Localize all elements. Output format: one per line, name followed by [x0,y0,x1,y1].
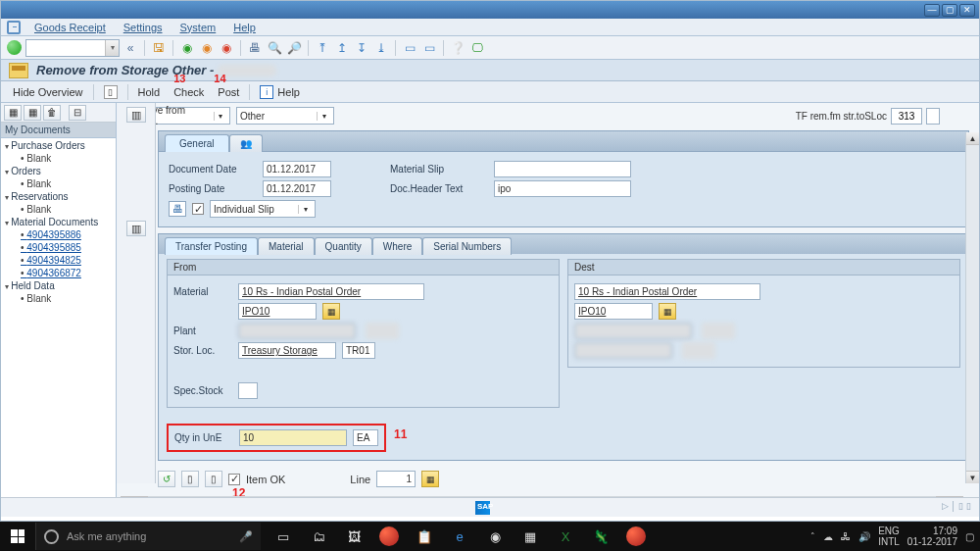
line-search-icon[interactable]: ▦ [421,471,439,487]
taskbar-app-icon[interactable] [372,523,406,550]
tree-expand-icon[interactable]: ▦ [4,105,22,121]
tree-item-blank[interactable]: Blank [1,203,116,216]
tree-orders[interactable]: Orders [1,165,116,177]
tray-network-icon[interactable]: 🖧 [841,531,851,542]
tree-item-mdoc[interactable]: 4904366872 [1,267,116,279]
taskbar-app-icon[interactable]: 🦎 [584,523,617,550]
excel-icon[interactable]: X [549,523,582,550]
close-icon[interactable]: ✕ [959,4,975,17]
ie-icon[interactable]: e [443,523,476,550]
shortcut-icon[interactable]: ▭ [420,39,438,57]
tray-cloud-icon[interactable]: ☁ [823,531,833,542]
item-ok-checkbox[interactable]: ✓ [228,474,240,485]
search-help-icon[interactable]: ▦ [322,303,340,320]
from-material-code-field[interactable]: IPO10 [238,303,317,320]
maximize-icon[interactable]: ▢ [942,4,957,17]
from-stor-loc-code-field[interactable]: TR01 [342,342,375,359]
cancel-icon[interactable]: ◉ [218,39,235,57]
line-field[interactable]: 1 [376,471,416,487]
tab-serial-numbers[interactable]: Serial Numbers [422,237,512,255]
mic-icon[interactable]: 🎤 [239,530,253,543]
chevron-down-icon[interactable]: ▾ [317,112,330,121]
menu-system[interactable]: System [172,21,224,34]
back-icon[interactable]: ◉ [178,39,196,57]
check-button[interactable]: Check13 [170,85,208,99]
tab-quantity[interactable]: Quantity [315,237,372,255]
tree-purchase-orders[interactable]: Purchase Orders [1,139,116,152]
expand-left-icon[interactable]: « [122,39,139,57]
vertical-scrollbar[interactable]: ▲ ▼ [965,132,979,483]
hide-overview-button[interactable]: Hide Overview [9,85,87,99]
help-button[interactable]: iHelp [256,84,304,100]
from-material-field[interactable]: 10 Rs - Indian Postal Order [238,283,424,300]
tray-language[interactable]: ENGINTL [878,526,900,547]
save-icon[interactable]: 🖫 [150,39,168,57]
from-stor-loc-field[interactable]: Treasury Storage [238,342,336,359]
item-prev-icon[interactable]: ↺ [158,471,175,487]
tab-where[interactable]: Where [372,237,422,255]
enter-icon[interactable] [7,40,22,55]
tree-delete-icon[interactable]: 🗑 [43,105,61,121]
exit-icon[interactable]: ◉ [198,39,216,57]
calculator-icon[interactable]: ▦ [514,523,547,550]
posting-date-field[interactable]: 01.12.2017 [263,180,331,197]
tab-general[interactable]: General [165,134,229,152]
first-page-icon[interactable]: ⤒ [314,39,331,57]
tree-item-mdoc[interactable]: 4904394825 [1,254,116,267]
taskbar-app-icon[interactable] [619,523,653,550]
start-button[interactable] [0,522,35,551]
new-doc-button[interactable]: ▯ [100,84,122,100]
gutter-icon-top[interactable]: ▥ [126,107,146,123]
individual-slip-dropdown[interactable]: Individual Slip▾ [210,200,316,218]
reference-dropdown[interactable]: Other▾ [236,107,334,125]
item-copy2-icon[interactable]: ▯ [205,471,222,487]
dest-material-field[interactable]: 10 Rs - Indian Postal Order [574,283,760,300]
dest-plant-field[interactable] [574,323,692,339]
tab-material[interactable]: Material [258,237,315,255]
command-field[interactable]: ▾ [25,39,120,57]
doc-header-text-field[interactable]: ipo [494,180,631,197]
menu-settings[interactable]: Settings [116,21,171,34]
print-checkbox[interactable]: ✓ [192,203,204,215]
spec-stock-field[interactable] [238,382,258,399]
dest-stor-loc-field[interactable] [574,342,672,359]
tree-item-blank[interactable]: Blank [1,177,116,190]
tree-item-blank[interactable]: Blank [1,152,116,165]
find-next-icon[interactable]: 🔎 [285,39,303,57]
chevron-down-icon[interactable]: ▾ [214,112,226,121]
layout-icon[interactable]: 🖵 [468,39,486,57]
mvt-type-extra-field[interactable] [926,108,940,125]
tab-vendor-icon[interactable]: 👥 [229,134,263,152]
tree-collapse-icon[interactable]: ⊟ [69,105,86,121]
tree-item-blank[interactable]: Blank [1,292,116,305]
scroll-up-icon[interactable]: ▲ [966,132,979,145]
notification-icon[interactable]: ▢ [965,531,974,542]
material-slip-field[interactable] [494,161,631,177]
app-menu-icon[interactable] [7,21,21,34]
hold-button[interactable]: Hold [134,85,165,99]
tree-material-documents[interactable]: Material Documents [1,216,116,228]
menu-goods-receipt[interactable]: Goods Receipt [26,21,114,34]
menu-help[interactable]: Help [225,21,264,34]
chevron-down-icon[interactable]: ▾ [298,205,312,214]
taskbar-app-icon[interactable]: 📋 [408,523,441,550]
new-session-icon[interactable]: ▭ [401,39,418,57]
tree-item-mdoc[interactable]: 4904395885 [1,241,116,254]
last-page-icon[interactable]: ⤓ [372,39,390,57]
item-copy-icon[interactable]: ▯ [181,471,199,487]
tree-item-mdoc[interactable]: 4904395886 [1,228,116,241]
document-date-field[interactable]: 01.12.2017 [263,161,331,177]
post-button[interactable]: Post14 [214,85,243,99]
help-toolbar-icon[interactable]: ❔ [449,39,466,57]
print-icon[interactable]: 🖶 [169,201,186,217]
chrome-icon[interactable]: ◉ [478,523,512,550]
mvt-type-field[interactable] [891,108,922,125]
tray-overflow-icon[interactable]: ˄ [810,531,815,541]
tray-clock[interactable]: 17:0901-12-2017 [907,526,957,547]
qty-unit-field[interactable]: EA [353,429,378,446]
tree-find-icon[interactable]: ▦ [24,105,41,121]
tree-held-data[interactable]: Held Data [1,279,116,292]
from-plant-field[interactable] [238,323,356,339]
cortana-search[interactable]: Ask me anything 🎤 [35,523,261,550]
search-help-icon[interactable]: ▦ [659,303,676,320]
